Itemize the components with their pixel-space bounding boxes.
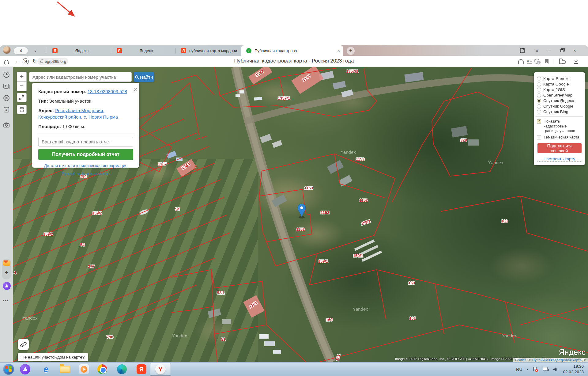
taskbar-edge-icon[interactable] [116, 363, 128, 375]
layer-option-1[interactable]: Карта Google [537, 82, 582, 86]
address-bar[interactable]: egrp365.org [37, 58, 68, 65]
zoom-out-button[interactable]: − [17, 82, 27, 91]
network-icon[interactable] [542, 367, 549, 372]
checkbox-icon[interactable] [537, 135, 541, 139]
notifications-bell-icon[interactable] [3, 59, 10, 66]
taskbar-mediaplayer-icon[interactable] [78, 363, 90, 375]
layer-option-3[interactable]: OpenStreetMap [537, 93, 582, 97]
add-service-button[interactable]: + [3, 269, 10, 277]
tab-yandex-2[interactable]: Я Яндекс [112, 45, 175, 56]
share-link-button[interactable]: Поделиться ссылкой [537, 143, 582, 153]
download-icon[interactable] [573, 59, 579, 64]
svg-text:1: 1 [538, 61, 540, 64]
taskbar-explorer-icon[interactable] [59, 363, 71, 375]
tab-active-kadastrovaya[interactable]: ✓ Публичная кадастрова × [241, 45, 343, 56]
parcel-label: 52/1 [217, 291, 224, 295]
radio-icon[interactable] [537, 82, 541, 86]
customize-map-link[interactable]: Настроить карту [537, 157, 582, 161]
side-panel-icon[interactable] [520, 48, 526, 54]
info-panel-close-icon[interactable]: × [132, 86, 138, 94]
close-window-button[interactable]: × [571, 47, 578, 54]
manual-select-link[interactable]: Ручной выбор вариантов [62, 171, 110, 176]
radio-icon[interactable] [537, 104, 541, 108]
alice-assistant-icon[interactable] [3, 282, 11, 290]
start-button[interactable] [2, 363, 15, 375]
headphones-icon[interactable] [518, 59, 524, 64]
layer-checkbox-1[interactable]: Тематическая карта [537, 135, 582, 140]
profile-avatar[interactable] [3, 46, 10, 54]
layer-option-5[interactable]: Спутник Google [537, 104, 582, 108]
radio-icon[interactable] [537, 77, 541, 81]
menu-icon[interactable]: ≡ [533, 47, 540, 54]
parcel-label: 1152 [321, 210, 329, 215]
report-details-link[interactable]: Детали отчета и юридическая информация [44, 163, 127, 168]
layer-option-0[interactable]: Карта Яндекс [537, 76, 582, 81]
volume-icon[interactable] [552, 367, 558, 372]
parcel-label: 159/1 [353, 253, 363, 258]
tabs-counter-icon[interactable]: 4 [3, 106, 10, 113]
layer-option-label: Спутник Bing [543, 109, 568, 114]
radio-icon[interactable] [537, 99, 541, 103]
video-play-icon[interactable] [3, 94, 10, 102]
taskbar-chrome-icon[interactable] [96, 363, 108, 375]
tab-karta-mordovii[interactable]: Я публичная карта мордови [176, 45, 241, 56]
search-input[interactable] [29, 72, 132, 82]
kadastr-link[interactable]: Публичная кадастровая карта [532, 358, 582, 362]
history-clock-icon[interactable] [3, 71, 10, 78]
taskbar-ie-icon[interactable]: e [40, 363, 52, 375]
minimize-button[interactable]: – [546, 47, 552, 54]
taskbar-yandex-browser-active[interactable]: Y [150, 363, 171, 376]
action-center-flag-icon[interactable] [532, 367, 538, 372]
parcel-label: 161 [335, 354, 341, 361]
get-report-button[interactable]: Получить подробный отчет [38, 149, 133, 160]
restore-button[interactable] [560, 49, 564, 52]
language-indicator[interactable]: RU [516, 367, 522, 372]
back-button[interactable]: ← [14, 58, 22, 65]
fullscreen-button[interactable] [17, 93, 27, 102]
yandex-watermark: Yandex [502, 333, 517, 338]
email-input[interactable] [38, 137, 133, 147]
yandex-mail-icon[interactable] [3, 260, 10, 266]
taskbar-clock[interactable]: 19:3602.02.2023 [563, 364, 584, 374]
bookmark-icon[interactable] [545, 59, 549, 64]
map-pin [298, 204, 306, 218]
reader-mode-icon[interactable]: A [527, 59, 532, 64]
tray-expand-icon[interactable]: ▲ [526, 368, 529, 371]
tab-group-chevron-icon[interactable]: ⌄ [31, 47, 40, 55]
taskbar-yandex-icon[interactable]: Я [135, 363, 148, 375]
protect-shield-icon[interactable]: 1 [534, 58, 541, 65]
radio-icon[interactable] [537, 93, 541, 97]
layer-checkbox-0[interactable]: ✓Показать кадастровые границы участков [537, 119, 582, 134]
new-tab-button[interactable]: + [347, 47, 355, 55]
layer-option-6[interactable]: Спутник Bing [537, 109, 582, 114]
layer-option-2[interactable]: Карта 2GIS [537, 87, 582, 92]
layer-option-4[interactable]: Спутник Яндекс [537, 98, 582, 103]
zoom-in-button[interactable]: + [17, 72, 27, 82]
screenshot-camera-icon[interactable] [3, 121, 10, 129]
collections-icon[interactable] [558, 58, 566, 64]
more-menu-icon[interactable]: ••• [3, 298, 10, 303]
taskbar-alice-icon[interactable] [19, 363, 31, 375]
tab-divider [111, 48, 111, 54]
measure-tool-button[interactable] [18, 339, 29, 350]
tab-close-icon[interactable]: × [337, 48, 340, 53]
parcel-label: 54 [175, 207, 180, 211]
radio-icon[interactable] [537, 110, 541, 114]
radio-icon[interactable] [537, 88, 541, 92]
print-button[interactable] [17, 105, 27, 114]
leaflet-link[interactable]: Leaflet [515, 358, 526, 362]
find-button[interactable]: Найти [134, 72, 154, 82]
tab-yandex-1[interactable]: Я Яндекс [47, 45, 110, 56]
yandex-home-icon[interactable]: Я [23, 58, 29, 64]
url-text[interactable]: egrp365.org [45, 59, 66, 64]
feed-panels-icon[interactable] [3, 83, 10, 90]
parcel-label: 54 [80, 242, 85, 247]
tab-group-pill[interactable]: 4 [13, 47, 28, 55]
checkbox-icon[interactable]: ✓ [537, 119, 541, 123]
cadastral-number-link[interactable]: 13:13:0208003:528 [88, 89, 127, 94]
map-canvas[interactable]: YandexYandexYandexYandexYandexYandex 136… [13, 67, 588, 362]
parcel-label: 160 [408, 281, 415, 285]
annotation-arrow [52, 0, 83, 21]
yandex-favicon: Я [52, 48, 58, 53]
parcel-label: 160 [326, 317, 333, 322]
